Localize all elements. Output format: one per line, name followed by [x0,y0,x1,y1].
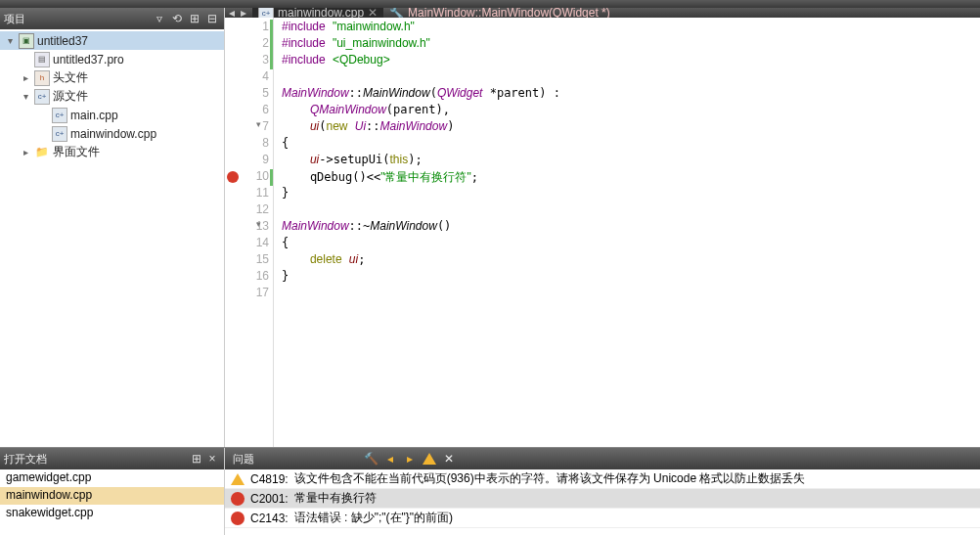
tree-item[interactable]: c+mainwindow.cpp [0,124,224,143]
gutter-line[interactable]: 4 [225,69,269,86]
code-line[interactable]: } [282,269,980,286]
cpp-icon: c+ [52,126,67,142]
code-line[interactable]: { [282,236,980,252]
close-icon[interactable]: ✕ [368,8,378,18]
gutter-line[interactable]: 11 [225,186,269,202]
problem-item[interactable]: C4819: 该文件包含不能在当前代码页(936)中表示的字符。请将该文件保存为… [225,469,980,489]
h-icon: h [34,70,50,86]
pro-icon: ▤ [34,52,50,67]
code-line[interactable]: MainWindow::~MainWindow() [282,219,980,236]
tree-arrow-icon[interactable]: ▾ [4,35,16,46]
change-marker [270,169,273,186]
breadcrumb[interactable]: 🔧 MainWindow::MainWindow(QWidget *) [389,8,610,18]
tree-label: mainwindow.cpp [70,127,156,141]
project-sidebar: 项目 ▿ ⟲ ⊞ ⊟ ▾▣untitled37▤untitled37.pro▸h… [0,8,225,447]
problems-panel: 问题 🔨 ◂ ▸ ✕ C4819: 该文件包含不能在当前代码页(936)中表示的… [225,448,980,535]
gutter-line[interactable]: 2 [225,36,269,53]
code-line[interactable] [282,69,980,86]
problems-list[interactable]: C4819: 该文件包含不能在当前代码页(936)中表示的字符。请将该文件保存为… [225,469,980,535]
tree-item[interactable]: ▸h头文件 [0,68,224,87]
code-line[interactable]: MainWindow::MainWindow(QWidget *parent) … [282,86,980,103]
code-line[interactable]: #include "mainwindow.h" [282,20,980,36]
gutter-line[interactable]: 3 [225,53,269,69]
tree-label: main.cpp [70,109,118,122]
wrench-icon: 🔧 [389,8,404,18]
tree-item[interactable]: ▤untitled37.pro [0,50,224,68]
problem-msg: 语法错误 : 缺少";"(在"}"的前面) [294,510,453,526]
opendoc-item[interactable]: gamewidget.cpp [0,469,224,487]
code-line[interactable]: { [282,136,980,153]
gutter-line[interactable]: 17 [225,286,269,302]
cpp-icon: c+ [34,89,50,105]
close-icon[interactable]: × [204,451,220,467]
next-tab-icon[interactable]: ▸ [241,8,246,18]
error-icon [231,512,245,525]
gutter-line[interactable]: 14 [225,236,269,252]
gutter[interactable]: 123456▾789101112▾1314151617 [225,18,274,447]
opendocs-header: 打开文档 ⊞ × [0,448,224,469]
tree-item[interactable]: ▾c+源文件 [0,87,224,106]
code-line[interactable]: ui(new Ui::MainWindow) [282,119,980,136]
code-line[interactable]: #include "ui_mainwindow.h" [282,36,980,53]
sync-icon[interactable]: ⟲ [169,11,185,26]
gutter-line[interactable]: ▾13 [225,219,269,236]
opendocs-title: 打开文档 [4,452,189,467]
tree-label: 头文件 [53,69,88,86]
code-editor[interactable]: 123456▾789101112▾1314151617 #include "ma… [225,18,980,447]
clear-icon[interactable]: ✕ [440,451,458,467]
problem-msg: 该文件包含不能在当前代码页(936)中表示的字符。请将该文件保存为 Unicod… [294,470,806,487]
tab-mainwindow[interactable]: c+ mainwindow.cpp ✕ [252,8,383,18]
build-icon[interactable]: 🔨 [362,451,379,467]
tree-item[interactable]: ▸📁界面文件 [0,143,224,161]
next-issue-icon[interactable]: ▸ [401,451,419,467]
cpp-icon: c+ [52,108,67,123]
code-line[interactable] [282,286,980,302]
proj-icon: ▣ [19,33,34,49]
opendoc-item[interactable]: snakewidget.cpp [0,505,224,522]
prev-issue-icon[interactable]: ◂ [381,451,399,467]
gutter-line[interactable]: 12 [225,202,269,219]
opendocs-list[interactable]: gamewidget.cppmainwindow.cppsnakewidget.… [0,469,224,535]
tree-item[interactable]: ▾▣untitled37 [0,31,224,50]
fold-icon[interactable]: ▾ [256,119,261,129]
code-line[interactable]: ui->setupUi(this); [282,153,980,169]
gutter-line[interactable]: 9 [225,153,269,169]
prev-tab-icon[interactable]: ◂ [229,8,235,18]
gutter-line[interactable]: 5 [225,86,269,103]
gutter-line[interactable]: 6 [225,103,269,119]
error-marker-icon[interactable] [227,171,239,183]
sidebar-title: 项目 [4,12,150,26]
opendoc-item[interactable]: mainwindow.cpp [0,487,224,505]
gutter-line[interactable]: 15 [225,252,269,269]
open-documents: 打开文档 ⊞ × gamewidget.cppmainwindow.cppsna… [0,448,225,535]
code-line[interactable] [282,202,980,219]
warning-filter-icon[interactable] [421,451,438,467]
editor-tabs: ◂ ▸ c+ mainwindow.cpp ✕ 🔧 MainWindow::Ma… [225,8,980,18]
collapse-icon[interactable]: ⊟ [204,11,220,26]
problem-item[interactable]: C2143: 语法错误 : 缺少";"(在"}"的前面) [225,509,980,528]
code-line[interactable]: #include <QDebug> [282,53,980,69]
code-line[interactable]: } [282,186,980,202]
gutter-line[interactable]: 1 [225,20,269,36]
split-icon[interactable]: ⊞ [187,11,202,26]
gutter-line[interactable]: ▾7 [225,119,269,136]
code-line[interactable]: QMainWindow(parent), [282,103,980,119]
filter-icon[interactable]: ▿ [152,11,167,26]
tree-arrow-icon[interactable]: ▸ [20,72,31,83]
tree-arrow-icon[interactable]: ▸ [20,147,31,157]
gutter-line[interactable]: 16 [225,269,269,286]
gutter-line[interactable]: 10 [225,169,269,186]
problem-item[interactable]: C2001: 常量中有换行符 [225,489,980,509]
tree-arrow-icon[interactable]: ▾ [20,91,31,102]
fold-icon[interactable]: ▾ [256,219,261,229]
project-tree[interactable]: ▾▣untitled37▤untitled37.pro▸h头文件▾c+源文件c+… [0,29,224,447]
code-line[interactable]: delete ui; [282,252,980,269]
cpp-icon: c+ [258,8,274,18]
problems-header: 问题 🔨 ◂ ▸ ✕ [225,448,980,469]
code-content[interactable]: #include "mainwindow.h"#include "ui_main… [274,18,980,447]
split-icon[interactable]: ⊞ [189,451,204,467]
tree-item[interactable]: c+main.cpp [0,106,224,124]
folder-icon: 📁 [34,145,50,160]
gutter-line[interactable]: 8 [225,136,269,153]
code-line[interactable]: qDebug()<<"常量中有换行符"; [282,169,980,186]
